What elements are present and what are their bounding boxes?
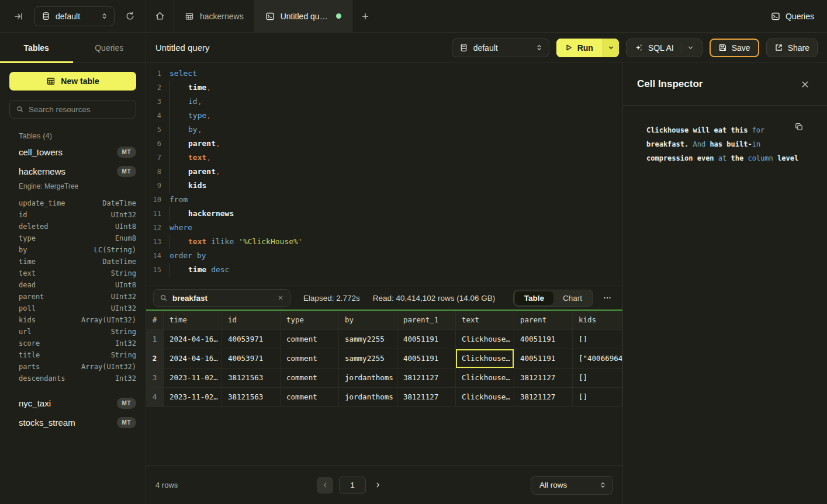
- editor-line[interactable]: 11hackernews: [146, 207, 622, 221]
- table-cell[interactable]: jordanthoms: [339, 388, 397, 407]
- table-cell[interactable]: comment: [281, 369, 339, 388]
- table-cell[interactable]: 2024-04-16…: [164, 349, 222, 369]
- more-options-button[interactable]: [599, 292, 615, 304]
- new-tab-button[interactable]: [352, 0, 378, 32]
- column-header[interactable]: id: [222, 311, 281, 330]
- page-size-selector[interactable]: All rows: [531, 476, 613, 495]
- table-cell[interactable]: 40051191: [514, 330, 573, 349]
- column-header[interactable]: #: [146, 311, 164, 330]
- view-tab-table[interactable]: Table: [515, 291, 553, 305]
- column-header[interactable]: kids: [573, 311, 622, 330]
- table-row[interactable]: 22024-04-16…40053971commentsammy22554005…: [146, 349, 622, 369]
- editor-line[interactable]: 14order by: [146, 249, 622, 263]
- table-cell[interactable]: 2023-11-02…: [164, 388, 222, 407]
- run-button-main[interactable]: Run: [556, 39, 603, 57]
- editor-line[interactable]: 5by,: [146, 123, 622, 137]
- table-cell[interactable]: 38121127: [397, 388, 456, 407]
- table-cell[interactable]: ["40066964…: [573, 349, 622, 369]
- queries-button[interactable]: Queries: [771, 12, 814, 21]
- table-list-item-nyc-taxi[interactable]: nyc_taxi MT: [9, 394, 136, 413]
- table-row[interactable]: 42023-11-02…38121563commentjordanthoms38…: [146, 388, 622, 407]
- editor-line[interactable]: 7text,: [146, 151, 622, 165]
- row-number-cell[interactable]: 1: [146, 330, 164, 349]
- table-cell[interactable]: []: [573, 330, 622, 349]
- table-cell[interactable]: sammy2255: [339, 349, 397, 369]
- sql-editor[interactable]: 1select2time,3id,4type,5by,6parent,7text…: [146, 63, 622, 286]
- table-cell[interactable]: 2023-11-02…: [164, 369, 222, 388]
- row-number-cell[interactable]: 4: [146, 388, 164, 407]
- table-cell[interactable]: Clickhouse…: [456, 388, 514, 407]
- table-cell[interactable]: 38121127: [514, 388, 573, 407]
- row-number-cell[interactable]: 3: [146, 369, 164, 388]
- editor-line[interactable]: 8parent,: [146, 165, 622, 179]
- table-cell[interactable]: Clickhouse…: [456, 349, 514, 369]
- results-search[interactable]: [153, 289, 290, 307]
- table-cell[interactable]: []: [573, 369, 622, 388]
- editor-line[interactable]: 9kids: [146, 179, 622, 193]
- next-page-button[interactable]: [372, 479, 384, 491]
- table-cell[interactable]: 40051191: [397, 330, 456, 349]
- table-cell[interactable]: 38121563: [222, 369, 281, 388]
- run-button[interactable]: Run: [556, 39, 619, 57]
- tab-home[interactable]: [146, 0, 174, 32]
- clear-search-icon[interactable]: [277, 294, 284, 301]
- table-cell[interactable]: Clickhouse…: [456, 330, 514, 349]
- resource-search[interactable]: [9, 100, 136, 119]
- sql-ai-button[interactable]: SQL AI: [626, 39, 703, 57]
- tab-hackernews[interactable]: hackernews: [174, 0, 255, 32]
- table-cell[interactable]: 2024-04-16…: [164, 330, 222, 349]
- table-list-item-stocks-stream[interactable]: stocks_stream MT: [9, 413, 136, 432]
- refresh-button[interactable]: [123, 9, 137, 23]
- editor-line[interactable]: 2time,: [146, 81, 622, 95]
- run-options-caret[interactable]: [603, 39, 619, 57]
- column-header[interactable]: time: [164, 311, 222, 330]
- row-number-cell[interactable]: 2: [146, 349, 164, 369]
- connection-selector[interactable]: default: [34, 6, 115, 26]
- column-header[interactable]: text: [456, 311, 514, 330]
- save-button[interactable]: Save: [710, 39, 759, 57]
- table-cell[interactable]: 40051191: [514, 349, 573, 369]
- editor-line[interactable]: 10from: [146, 193, 622, 207]
- editor-line[interactable]: 15time desc: [146, 263, 622, 277]
- collapse-sidebar-button[interactable]: [12, 9, 26, 23]
- results-search-input[interactable]: [172, 294, 272, 303]
- tab-untitled-query[interactable]: Untitled qu…: [255, 0, 352, 32]
- table-list-item-cell-towers[interactable]: cell_towers MT: [9, 142, 136, 162]
- table-cell[interactable]: comment: [281, 349, 339, 369]
- table-cell[interactable]: Clickhouse…: [456, 369, 514, 388]
- column-header[interactable]: parent_1: [397, 311, 456, 330]
- table-cell[interactable]: 40053971: [222, 330, 281, 349]
- editor-line[interactable]: 13text ilike '%ClickHouse%': [146, 235, 622, 249]
- sidebar-tab-queries[interactable]: Queries: [73, 33, 146, 62]
- view-tab-chart[interactable]: Chart: [553, 291, 591, 305]
- table-row[interactable]: 32023-11-02…38121563commentjordanthoms38…: [146, 369, 622, 388]
- editor-line[interactable]: 6parent,: [146, 137, 622, 151]
- table-cell[interactable]: 38121563: [222, 388, 281, 407]
- prev-page-button[interactable]: [317, 477, 333, 493]
- table-cell[interactable]: 38121127: [514, 369, 573, 388]
- editor-line[interactable]: 3id,: [146, 95, 622, 109]
- table-row[interactable]: 12024-04-16…40053971commentsammy22554005…: [146, 330, 622, 349]
- sql-ai-caret[interactable]: [681, 43, 694, 53]
- share-button[interactable]: Share: [766, 39, 818, 57]
- table-cell[interactable]: []: [573, 388, 622, 407]
- sidebar-tab-tables[interactable]: Tables: [0, 33, 73, 62]
- table-cell[interactable]: comment: [281, 388, 339, 407]
- page-number-input[interactable]: 1: [339, 477, 366, 494]
- column-header[interactable]: type: [281, 311, 339, 330]
- editor-line[interactable]: 1select: [146, 67, 622, 81]
- editor-line[interactable]: 4type,: [146, 109, 622, 123]
- table-cell[interactable]: 40051191: [397, 349, 456, 369]
- resource-search-input[interactable]: [29, 105, 132, 114]
- query-connection-selector[interactable]: default: [452, 39, 549, 57]
- table-cell[interactable]: 38121127: [397, 369, 456, 388]
- new-table-button[interactable]: New table: [9, 72, 136, 91]
- table-cell[interactable]: sammy2255: [339, 330, 397, 349]
- close-inspector-button[interactable]: [798, 78, 812, 91]
- copy-button[interactable]: [794, 122, 804, 131]
- table-cell[interactable]: comment: [281, 330, 339, 349]
- table-cell[interactable]: 40053971: [222, 349, 281, 369]
- table-list-item-hackernews[interactable]: hackernews MT: [9, 162, 136, 181]
- column-header[interactable]: parent: [514, 311, 573, 330]
- editor-line[interactable]: 12where: [146, 221, 622, 235]
